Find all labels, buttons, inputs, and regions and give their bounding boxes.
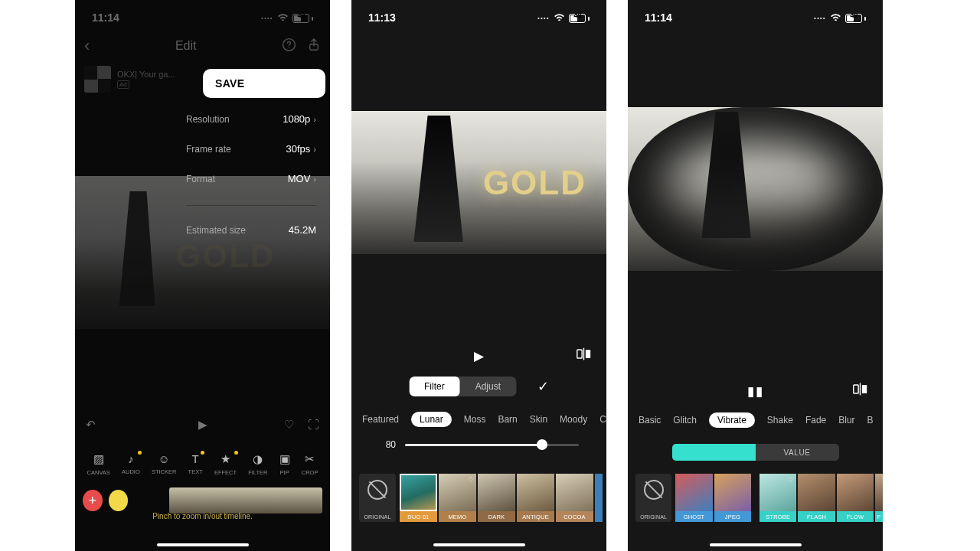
video-preview: GOLD — [351, 111, 606, 254]
chevron-right-icon: › — [313, 174, 316, 184]
effect-flash[interactable]: FLASH — [798, 474, 835, 522]
row-format[interactable]: FormatMOV› — [186, 173, 316, 184]
cat-fade[interactable]: Fade — [805, 415, 826, 425]
cat-barn[interactable]: Barn — [498, 414, 517, 425]
export-settings: Resolution1080p› Frame rate30fps› Format… — [186, 113, 316, 236]
divider — [186, 205, 316, 206]
filter-category-tabs[interactable]: FeaturedLunarMossBarnSkinMoodyCream — [351, 412, 606, 427]
none-icon — [644, 480, 664, 500]
filter-cocoa[interactable]: COCOA — [556, 474, 593, 522]
screen-effect: 11:14 •••• 49 ▮▮ BasicGlitchVibrateShake… — [628, 0, 883, 551]
effect-strobe[interactable]: STROBE♡ — [760, 474, 796, 522]
favorite-icon[interactable]: ♡ — [284, 418, 294, 432]
tool-filter[interactable]: ◑FILTER — [248, 452, 267, 476]
ad-badge: Ad — [117, 80, 129, 89]
tool-crop[interactable]: ✂CROP — [302, 452, 318, 476]
preview-figure — [413, 116, 466, 242]
back-icon[interactable]: ‹ — [84, 36, 90, 56]
save-button[interactable]: SAVE — [203, 69, 325, 98]
pause-button[interactable]: ▮▮ — [747, 383, 764, 399]
cellular-icon: •••• — [261, 15, 273, 21]
status-bar: 11:14 •••• 49 — [628, 0, 883, 28]
cat-vibrate[interactable]: Vibrate — [709, 412, 755, 428]
cat-shake[interactable]: Shake — [767, 415, 793, 425]
cat-skin[interactable]: Skin — [530, 414, 547, 425]
tool-audio[interactable]: ♪AUDIO — [122, 452, 140, 476]
apply-icon[interactable]: ✓ — [537, 378, 549, 395]
cat-cream[interactable]: Cream — [599, 414, 606, 425]
tool-bar: ▨CANVAS ♪AUDIO ☺STICKER TTEXT ★EFFECT ◑F… — [75, 452, 330, 476]
cat-blur[interactable]: Blur — [838, 415, 854, 425]
effect-thumbnails[interactable]: ORIGINALGHOSTJPEGSTROBE♡FLASHFLOWF — [635, 474, 883, 522]
play-icon[interactable]: ▶ — [198, 418, 207, 432]
effect-jpeg[interactable]: JPEG — [714, 474, 751, 522]
value-segmented[interactable]: VALUE — [672, 444, 839, 461]
filter-dark[interactable]: DARK — [478, 474, 515, 522]
home-indicator — [710, 543, 802, 546]
cat-glitch[interactable]: Glitch — [673, 415, 697, 425]
tool-pip[interactable]: ▣PIP — [279, 452, 290, 476]
heart-icon: ♡ — [788, 476, 794, 484]
svg-rect-4 — [586, 350, 590, 358]
slider-thumb[interactable] — [537, 439, 547, 450]
screen-filter: 11:13 •••• 49 GOLD ▶ Filter Adjust ✓ Fea… — [351, 0, 606, 551]
value-on[interactable] — [672, 444, 756, 461]
vignette-overlay — [628, 107, 883, 271]
tool-sticker[interactable]: ☺STICKER — [152, 452, 177, 476]
add-clip-button[interactable]: + — [83, 490, 103, 511]
screen-export-settings: 11:14 •••• 49 ‹ Edit OKX| Your ga... — [75, 0, 330, 551]
chevron-right-icon: › — [313, 115, 316, 124]
export-icon[interactable] — [307, 37, 321, 55]
tool-canvas[interactable]: ▨CANVAS — [87, 452, 110, 476]
intensity-slider[interactable]: 80 — [351, 439, 606, 450]
undo-icon[interactable]: ↶ — [86, 418, 96, 432]
seg-filter[interactable]: Filter — [409, 377, 460, 396]
filter-adjust-segmented[interactable]: Filter Adjust — [409, 377, 516, 396]
wifi-icon — [554, 12, 565, 23]
overlay-text: GOLD — [176, 238, 275, 275]
timeline-hint: Pinch to zoom in/out timeline. — [75, 512, 330, 520]
overlay-text: GOLD — [483, 164, 586, 202]
row-framerate[interactable]: Frame rate30fps› — [186, 143, 316, 155]
preview-figure — [117, 191, 159, 306]
status-bar: 11:13 •••• 49 — [351, 0, 606, 28]
tool-text[interactable]: TTEXT — [188, 452, 203, 476]
wifi-icon — [277, 12, 289, 23]
seg-adjust[interactable]: Adjust — [460, 377, 516, 396]
cat-moody[interactable]: Moody — [560, 414, 587, 425]
slider-track[interactable] — [405, 444, 579, 446]
preview-figure — [701, 112, 754, 238]
wifi-icon — [830, 12, 841, 23]
compare-icon[interactable] — [853, 383, 867, 399]
sponsor-title: OKX| Your ga... — [117, 70, 175, 80]
effect-flow[interactable]: FLOW — [837, 474, 874, 522]
filter-thumbnails[interactable]: ORIGINALDUO 01MEMO♡DARKANTIQUECOCOA — [359, 474, 606, 522]
play-button[interactable]: ▶ — [474, 348, 484, 364]
filter-original[interactable]: ORIGINAL — [359, 474, 396, 522]
cat-lunar[interactable]: Lunar — [411, 412, 452, 427]
filter-antique[interactable]: ANTIQUE — [517, 474, 554, 522]
compare-icon[interactable] — [577, 347, 591, 364]
cat-featured[interactable]: Featured — [362, 414, 399, 425]
cat-basic[interactable]: Basic — [639, 415, 661, 425]
row-resolution[interactable]: Resolution1080p› — [186, 113, 316, 125]
clip-handle[interactable] — [109, 490, 129, 511]
battery-indicator: 49 — [569, 11, 590, 24]
filter-duo-01[interactable]: DUO 01 — [400, 474, 437, 522]
effect-category-tabs[interactable]: BasicGlitchVibrateShakeFadeBlurB✓ — [628, 412, 883, 428]
tool-effect[interactable]: ★EFFECT — [214, 452, 237, 476]
cat-b[interactable]: B — [867, 415, 874, 425]
effect-original[interactable]: ORIGINAL — [635, 474, 671, 522]
cat-moss[interactable]: Moss — [464, 414, 486, 425]
value-off[interactable]: VALUE — [756, 444, 839, 461]
clip-strip[interactable] — [169, 487, 322, 514]
filter-memo[interactable]: MEMO♡ — [439, 474, 476, 522]
cellular-icon: •••• — [814, 15, 826, 21]
row-size: Estimated size45.2M — [186, 224, 316, 236]
fullscreen-icon[interactable]: ⛶ — [308, 418, 319, 432]
svg-rect-3 — [577, 350, 582, 358]
effect-ghost[interactable]: GHOST — [675, 474, 712, 522]
help-icon[interactable] — [282, 37, 296, 55]
cellular-icon: •••• — [537, 15, 550, 21]
editor-header: ‹ Edit — [75, 29, 330, 63]
